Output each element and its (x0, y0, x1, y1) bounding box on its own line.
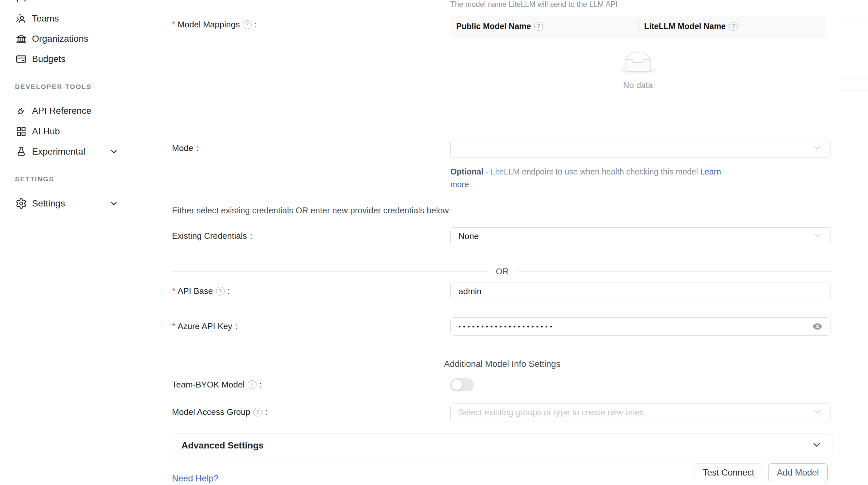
existing-credentials-select[interactable]: None (450, 227, 831, 245)
sidebar-section-settings: SETTINGS (15, 175, 54, 183)
toggle-knob (452, 380, 462, 390)
existing-credentials-label: Existing Credentials : (172, 231, 252, 241)
column-divider (638, 21, 639, 31)
chevron-down-icon (109, 199, 119, 208)
empty-inbox-icon (620, 70, 656, 75)
help-icon[interactable]: ? (534, 22, 543, 31)
bank-icon (15, 33, 27, 45)
add-model-button[interactable]: Add Model (768, 463, 828, 482)
required-asterisk: * (172, 20, 175, 30)
model-access-group-select[interactable]: Select existing groups or type to create… (450, 403, 831, 421)
flask-icon (15, 146, 27, 158)
need-help-link[interactable]: Need Help? (172, 474, 219, 484)
help-icon[interactable]: ? (216, 287, 225, 295)
user-icon (15, 0, 27, 3)
credentials-note: Either select existing credentials OR en… (172, 205, 449, 216)
chevron-down-icon (812, 142, 822, 155)
sidebar-item-label: AI Hub (32, 126, 60, 137)
sidebar-item-label: Experimental (32, 147, 85, 157)
help-icon[interactable]: ? (243, 20, 252, 29)
model-access-group-placeholder: Select existing groups or type to create… (459, 408, 644, 418)
plug-icon (15, 105, 27, 117)
mode-label: Mode : (172, 143, 198, 153)
api-base-value: admin (459, 286, 482, 296)
advanced-settings-panel[interactable]: Advanced Settings (172, 433, 832, 458)
mode-helper-text-line2: more (450, 180, 469, 189)
table-empty-state: No data (450, 52, 826, 90)
chevron-down-icon (811, 439, 822, 452)
no-data-text: No data (450, 80, 826, 90)
required-asterisk: * (172, 321, 175, 331)
sidebar-item-internal-users[interactable]: Internal Users (0, 0, 158, 7)
help-icon[interactable]: ? (729, 22, 738, 31)
help-icon[interactable]: ? (248, 380, 256, 389)
help-icon[interactable]: ? (253, 408, 262, 417)
existing-credentials-value: None (459, 231, 479, 241)
or-divider: OR (172, 266, 832, 277)
team-byok-toggle[interactable] (450, 378, 474, 391)
sidebar: Internal Users Teams Organizations Budge… (0, 0, 158, 485)
column-header-litellm-model-name: LiteLLM Model Name ? (644, 15, 738, 36)
credit-card-icon (15, 53, 27, 65)
azure-api-key-input[interactable]: ••••••••••••••••••••• (450, 317, 831, 335)
model-mappings-label: * Model Mappings ? : (172, 20, 257, 30)
mode-select[interactable] (450, 139, 831, 158)
sidebar-item-label: API Reference (32, 106, 91, 116)
chevron-down-icon (109, 147, 119, 157)
learn-more-link[interactable]: more (450, 180, 469, 189)
additional-settings-divider: Additional Model Info Settings (172, 359, 832, 369)
model-name-helper-text: The model name LiteLLM will send to the … (450, 0, 618, 9)
sidebar-item-experimental[interactable]: Experimental (0, 141, 158, 162)
sidebar-item-label: Internal Users (32, 0, 89, 2)
required-asterisk: * (172, 286, 175, 296)
sidebar-section-developer-tools: DEVELOPER TOOLS (15, 83, 92, 91)
learn-more-link[interactable]: Learn (700, 167, 721, 176)
azure-api-key-masked-value: ••••••••••••••••••••• (459, 323, 554, 330)
sidebar-item-teams[interactable]: Teams (0, 8, 158, 29)
sidebar-item-api-reference[interactable]: API Reference (0, 101, 158, 121)
team-byok-label: Team-BYOK Model ? : (172, 380, 262, 390)
sidebar-item-budgets[interactable]: Budgets (0, 49, 158, 69)
model-access-group-label: Model Access Group ? : (172, 407, 267, 417)
eye-icon[interactable] (811, 321, 823, 332)
azure-api-key-label: * Azure API Key : (172, 321, 238, 331)
or-divider-text: OR (496, 266, 509, 277)
model-mappings-table: Public Model Name ? LiteLLM Model Name ?… (450, 15, 826, 132)
chevron-down-icon (812, 230, 822, 243)
sidebar-item-settings[interactable]: Settings (0, 193, 158, 214)
sidebar-item-label: Organizations (32, 34, 88, 44)
grid-icon (15, 125, 27, 138)
column-header-public-model-name: Public Model Name ? (456, 15, 543, 36)
sidebar-item-ai-hub[interactable]: AI Hub (0, 121, 158, 141)
advanced-settings-title: Advanced Settings (181, 440, 264, 451)
chevron-down-icon (812, 407, 822, 418)
sidebar-item-label: Budgets (32, 54, 66, 64)
sidebar-item-label: Settings (32, 198, 65, 209)
table-header-row: Public Model Name ? LiteLLM Model Name ? (450, 15, 826, 37)
mode-helper-text: Optional - LiteLLM endpoint to use when … (450, 167, 721, 176)
sidebar-item-organizations[interactable]: Organizations (0, 29, 158, 49)
additional-settings-divider-text: Additional Model Info Settings (444, 359, 560, 369)
users-icon (15, 12, 27, 25)
gear-icon (15, 197, 27, 210)
test-connect-button[interactable]: Test Connect (694, 463, 763, 482)
api-base-input[interactable]: admin (450, 282, 831, 300)
add-model-page: Internal Users Teams Organizations Budge… (0, 0, 868, 485)
content-right-divider (840, 0, 840, 485)
sidebar-item-label: Teams (32, 13, 59, 24)
api-base-label: * API Base ? : (172, 286, 230, 296)
